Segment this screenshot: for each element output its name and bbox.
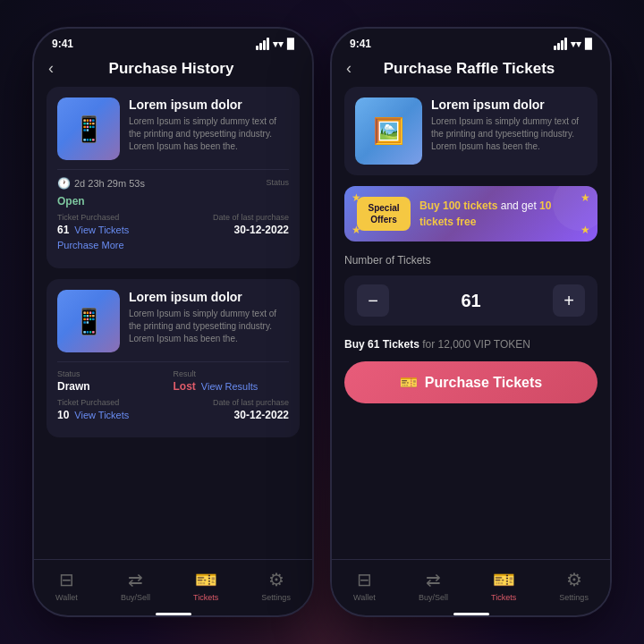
meta-item-date-1: Date of last purchase 30-12-2022 (174, 213, 290, 252)
nav-label-buysell-1: Buy/Sell (121, 593, 150, 602)
ticket-label-1: Ticket Purchased (57, 213, 174, 222)
card-title-1: Lorem ipsum dolor (129, 97, 289, 112)
raffle-thumb: 🖼️ (355, 97, 422, 165)
ticket-label-2: Ticket Purchased (57, 398, 174, 407)
product-thumb-2: 📱 (57, 290, 120, 352)
settings-icon-2: ⚙ (566, 569, 582, 590)
wifi-icon-1: ▾▾ (273, 38, 284, 50)
result-label-2: Result (174, 369, 290, 378)
card-title-2: Lorem ipsum dolor (129, 290, 289, 304)
date-label-1: Date of last purchase (174, 213, 290, 222)
date-label-2: Date of last purchase (174, 398, 290, 407)
status-label-1: Status (266, 178, 289, 187)
product-thumb-1: 📱 (57, 97, 120, 160)
offer-text-mid: and get (497, 199, 539, 212)
status-bar-1: 9:41 ▾▾ ▉ (34, 29, 312, 54)
status-value-2: Drawn (57, 380, 174, 393)
nav-wallet-1[interactable]: ⊟ Wallet (45, 567, 89, 604)
wallet-icon-1: ⊟ (59, 569, 74, 590)
phone-image-1: 📱 (73, 114, 105, 144)
status-icons-1: ▾▾ ▉ (256, 38, 294, 50)
card-info-2: Lorem ipsum dolor Lorem Ipsum is simply … (129, 290, 289, 352)
nav-settings-1[interactable]: ⚙ Settings (250, 567, 301, 604)
meta-item-status-1: Open (57, 195, 289, 208)
time-value-1: 2d 23h 29m 53s (74, 178, 145, 189)
result-value-2: Lost (174, 380, 196, 393)
header-2: ‹ Purchase Raffle Tickets (332, 54, 610, 87)
back-button-1[interactable]: ‹ (48, 59, 54, 78)
settings-icon-1: ⚙ (268, 569, 284, 590)
status-value-1: Open (57, 195, 289, 208)
view-tickets-link-2[interactable]: View Tickets (74, 410, 129, 420)
nav-buysell-1[interactable]: ⇄ Buy/Sell (110, 567, 161, 604)
transfer-icon-2: ⇄ (426, 569, 441, 590)
nav-tickets-2[interactable]: 🎫 Tickets (480, 567, 527, 604)
time-row-1: 🕐 2d 23h 29m 53s Status (57, 177, 289, 190)
meta-row-1a: Open (57, 195, 289, 208)
card-top-1: 📱 Lorem ipsum dolor Lorem Ipsum is simpl… (57, 97, 289, 160)
nav-tickets-1[interactable]: 🎫 Tickets (182, 567, 229, 604)
nav-label-settings-2: Settings (559, 593, 589, 602)
signal-icon-1 (256, 38, 269, 50)
nav-settings-2[interactable]: ⚙ Settings (548, 567, 599, 604)
purchase-tickets-button[interactable]: 🎫 Purchase Tickets (344, 361, 597, 403)
ticket-icon-1: 🎫 (195, 569, 217, 590)
star-decoration-bl: ★ (352, 224, 361, 236)
meta-item-tickets-2: Ticket Purchased 10 View Tickets (57, 398, 174, 421)
meta-item-tickets-1: Ticket Purchased 61 View Tickets Purchas… (57, 213, 174, 252)
history-card-1: 📱 Lorem ipsum dolor Lorem Ipsum is simpl… (47, 87, 300, 268)
card-meta-1: 🕐 2d 23h 29m 53s Status Open Ticket Purc… (57, 169, 289, 252)
star-decoration-br: ★ (580, 224, 590, 236)
increment-button[interactable]: + (553, 284, 585, 317)
battery-icon-2: ▉ (585, 38, 592, 50)
status-icons-2: ▾▾ ▉ (554, 38, 592, 50)
purchase-info-suffix: for 12,000 VIP TOKEN (419, 338, 530, 351)
home-indicator-1 (156, 613, 191, 615)
header-1: ‹ Purchase History (34, 54, 312, 87)
phone-image-2: 📱 (73, 307, 105, 336)
offer-highlight-1: Buy 100 tickets (419, 199, 497, 212)
purchase-more-link-1[interactable]: Purchase More (57, 240, 124, 250)
raffle-title: Lorem ipsum dolor (431, 97, 587, 112)
nav-buysell-2[interactable]: ⇄ Buy/Sell (408, 567, 459, 604)
card-desc-2: Lorem Ipsum is simply dummy text of the … (129, 308, 289, 345)
status-label-2: Status (57, 369, 174, 378)
counter-value: 61 (461, 291, 480, 311)
special-offer-banner[interactable]: ★ ★ ★ ★ Special Offers Buy 100 tickets a… (344, 186, 597, 242)
page-title-1: Purchase History (61, 60, 282, 78)
raffle-info: Lorem ipsum dolor Lorem Ipsum is simply … (431, 97, 587, 165)
card-info-1: Lorem ipsum dolor Lorem Ipsum is simply … (129, 97, 289, 160)
raffle-desc: Lorem Ipsum is simply dummy text of the … (431, 115, 587, 153)
star-decoration-tl: ★ (352, 191, 361, 204)
meta-item-result-2: Result Lost View Results (174, 369, 290, 393)
ticket-value-2: 10 (57, 409, 69, 421)
phone-purchase-history: 9:41 ▾▾ ▉ ‹ Purchase History 📱 Lorem ips (32, 27, 314, 617)
view-results-link-2[interactable]: View Results (201, 381, 258, 392)
date-value-2: 30-12-2022 (174, 409, 290, 421)
nav-wallet-2[interactable]: ⊟ Wallet (343, 567, 386, 604)
time-1: 9:41 (52, 38, 73, 50)
meta-row-2b: Ticket Purchased 10 View Tickets Date of… (57, 398, 289, 421)
section-label: Number of Tickets (344, 254, 597, 267)
decrement-button[interactable]: − (357, 284, 389, 317)
meta-row-1b: Ticket Purchased 61 View Tickets Purchas… (57, 213, 289, 252)
bottom-nav-2: ⊟ Wallet ⇄ Buy/Sell 🎫 Tickets ⚙ Settings (332, 559, 610, 609)
ticket-icon-2: 🎫 (493, 569, 515, 590)
history-card-2: 📱 Lorem ipsum dolor Lorem Ipsum is simpl… (47, 279, 300, 437)
phone-purchase-raffle: 9:41 ▾▾ ▉ ‹ Purchase Raffle Tickets 🖼️ L… (330, 27, 612, 617)
history-content: 📱 Lorem ipsum dolor Lorem Ipsum is simpl… (34, 87, 312, 559)
raffle-product-card: 🖼️ Lorem ipsum dolor Lorem Ipsum is simp… (344, 87, 597, 175)
nav-label-tickets-1: Tickets (193, 593, 218, 602)
back-button-2[interactable]: ‹ (346, 59, 352, 78)
wifi-icon-2: ▾▾ (571, 38, 581, 50)
purchase-info: Buy 61 Tickets for 12,000 VIP TOKEN (344, 338, 597, 351)
signal-icon-2 (554, 38, 567, 50)
status-bar-2: 9:41 ▾▾ ▉ (332, 29, 610, 54)
ticket-icon-btn: 🎫 (400, 374, 418, 391)
view-tickets-link-1[interactable]: View Tickets (74, 225, 129, 235)
ticket-counter: − 61 + (344, 275, 597, 326)
meta-item-date-2: Date of last purchase 30-12-2022 (174, 398, 290, 421)
offer-text: Buy 100 tickets and get 10 tickets free (419, 198, 585, 230)
badge-line1: Special (364, 202, 403, 214)
card-top-2: 📱 Lorem ipsum dolor Lorem Ipsum is simpl… (57, 290, 289, 352)
